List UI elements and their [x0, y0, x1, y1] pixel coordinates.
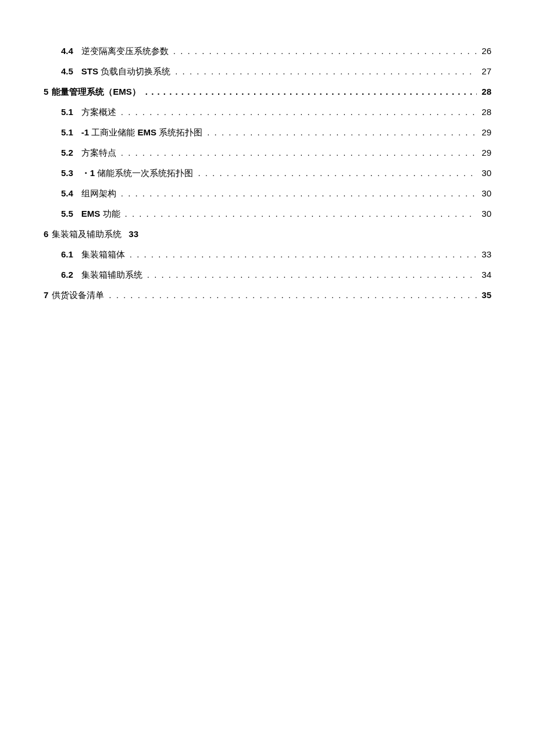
toc-entry-number: 6.1 — [61, 250, 73, 259]
toc-section-row: 5能量管理系统（EMS）. . . . . . . . . . . . . . … — [44, 87, 491, 96]
toc-leader-dots: . . . . . . . . . . . . . . . . . . . . … — [125, 209, 477, 218]
toc-entry-title: 逆变隔离变压系统参数 — [81, 46, 169, 55]
toc-subsection-row: 5.4组网架构. . . . . . . . . . . . . . . . .… — [44, 189, 491, 198]
toc-leader-dots: . . . . . . . . . . . . . . . . . . . . … — [207, 128, 477, 137]
toc-leader-dots: . . . . . . . . . . . . . . . . . . . . … — [173, 46, 477, 55]
toc-entry-title: STS 负载自动切换系统 — [81, 67, 170, 76]
toc-entry-number: 5.4 — [61, 189, 73, 198]
toc-entry-title: 方案概述 — [81, 108, 116, 116]
toc-subsection-row: 5.1方案概述. . . . . . . . . . . . . . . . .… — [44, 108, 491, 116]
toc-entry-page: 34 — [482, 270, 491, 279]
toc-subsection-row: 4.4逆变隔离变压系统参数. . . . . . . . . . . . . .… — [44, 46, 491, 55]
toc-subsection-row: 5.3・1 储能系统一次系统拓扑图. . . . . . . . . . . .… — [44, 169, 491, 177]
toc-entry-page: 26 — [482, 46, 491, 55]
toc-entry-page: 29 — [482, 148, 491, 157]
toc-entry-title: EMS 功能 — [81, 209, 120, 218]
toc-subsection-row: 6.1集装箱箱体. . . . . . . . . . . . . . . . … — [44, 250, 491, 259]
toc-entry-page: 30 — [482, 189, 491, 198]
toc-entry-number: 6.2 — [61, 270, 73, 279]
toc-entry-number: 7 — [44, 291, 48, 299]
toc-leader-dots: . . . . . . . . . . . . . . . . . . . . … — [121, 148, 477, 157]
toc-subsection-row: 4.5STS 负载自动切换系统. . . . . . . . . . . . .… — [44, 67, 491, 76]
toc-entry-number: 5.5 — [61, 209, 73, 218]
toc-entry-title: 供货设备清单 — [52, 291, 104, 299]
toc-leader-dots: . . . . . . . . . . . . . . . . . . . . … — [198, 169, 477, 177]
toc-entry-page: 28 — [482, 87, 491, 96]
toc-entry-page: 28 — [482, 108, 491, 116]
toc-entry-number: 5 — [44, 87, 48, 96]
toc-subsection-row: 5.2方案特点. . . . . . . . . . . . . . . . .… — [44, 148, 491, 157]
toc-leader-dots: . . . . . . . . . . . . . . . . . . . . … — [130, 250, 477, 259]
toc-subsection-row: 6.2集装箱辅助系统. . . . . . . . . . . . . . . … — [44, 270, 491, 279]
toc-section-row: 6集装箱及辅助系统33 — [44, 230, 491, 238]
toc-entry-title: 组网架构 — [81, 189, 116, 198]
toc-entry-page: 35 — [482, 291, 491, 299]
toc-leader-dots: . . . . . . . . . . . . . . . . . . . . … — [175, 67, 477, 76]
toc-subsection-row: 5.1-1 工商业储能 EMS 系统拓扑图. . . . . . . . . .… — [44, 128, 491, 137]
toc-entry-number: 4.4 — [61, 46, 73, 55]
toc-entry-number: 5.1 — [61, 128, 73, 137]
toc-entry-number: 5.1 — [61, 108, 73, 116]
toc-entry-page: 33 — [129, 230, 138, 238]
toc-leader-dots: . . . . . . . . . . . . . . . . . . . . … — [121, 189, 477, 198]
toc-entry-title: 方案特点 — [81, 148, 116, 157]
toc-entry-number: 5.2 — [61, 148, 73, 157]
toc-entry-title: 能量管理系统（EMS） — [52, 87, 141, 96]
toc-entry-number: 6 — [44, 230, 48, 238]
toc-subsection-row: 5.5EMS 功能. . . . . . . . . . . . . . . .… — [44, 209, 491, 218]
toc-entry-number: 4.5 — [61, 67, 73, 76]
toc-leader-dots: . . . . . . . . . . . . . . . . . . . . … — [109, 291, 477, 299]
toc-entry-title: 集装箱箱体 — [81, 250, 125, 259]
toc-page: 4.4逆变隔离变压系统参数. . . . . . . . . . . . . .… — [0, 0, 535, 756]
toc-leader-dots: . . . . . . . . . . . . . . . . . . . . … — [121, 108, 477, 116]
toc-entry-number: 5.3 — [61, 169, 73, 177]
toc-entry-page: 30 — [482, 209, 491, 218]
toc-entry-page: 30 — [482, 169, 491, 177]
toc-entry-page: 29 — [482, 128, 491, 137]
toc-entry-title: -1 工商业储能 EMS 系统拓扑图 — [81, 128, 202, 137]
toc-section-row: 7供货设备清单. . . . . . . . . . . . . . . . .… — [44, 291, 491, 299]
toc-leader-dots: . . . . . . . . . . . . . . . . . . . . … — [145, 87, 477, 96]
toc-leader-dots: . . . . . . . . . . . . . . . . . . . . … — [147, 270, 477, 279]
toc-entry-title: 集装箱及辅助系统 — [52, 230, 122, 238]
toc-entry-title: ・1 储能系统一次系统拓扑图 — [81, 169, 194, 177]
toc-entry-page: 33 — [482, 250, 491, 259]
toc-list: 4.4逆变隔离变压系统参数. . . . . . . . . . . . . .… — [44, 46, 491, 299]
toc-entry-page: 27 — [482, 67, 491, 76]
toc-entry-title: 集装箱辅助系统 — [81, 270, 142, 279]
